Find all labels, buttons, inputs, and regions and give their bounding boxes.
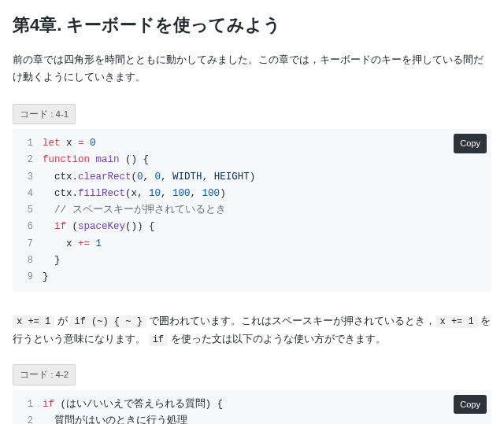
code-content: if (はい/いいえで答えられる質問) {	[43, 396, 223, 413]
line-number: 3	[17, 169, 43, 186]
code-line: 5 // スペースキーが押されているとき	[17, 202, 484, 219]
code-content: ctx.clearRect(0, 0, WIDTH, HEIGHT)	[43, 169, 255, 186]
copy-button[interactable]: Copy	[454, 395, 487, 415]
code-content: ctx.fillRect(x, 10, 100, 100)	[43, 186, 226, 202]
code-line: 9}	[17, 269, 484, 286]
explain-paragraph: x += 1 が if (~) { ~ } で囲われています。これはスペースキー…	[13, 312, 491, 348]
code-label-4-2: コード : 4-2	[13, 364, 76, 385]
line-number: 6	[17, 219, 43, 235]
code-content: }	[43, 253, 61, 269]
text: を使った文は以下のような使い方ができます。	[168, 333, 386, 345]
inline-code: if	[149, 334, 168, 346]
code-line: 2 質問がはいのときに行う処理	[17, 413, 484, 424]
code-lines: 1let x = 02function main () {3 ctx.clear…	[17, 135, 484, 286]
intro-paragraph: 前の章では四角形を時間とともに動かしてみました。この章では，キーボードのキーを押…	[13, 51, 491, 87]
line-number: 2	[17, 152, 43, 168]
code-line: 8 }	[17, 253, 484, 269]
code-content: if (spaceKey()) {	[43, 219, 155, 235]
code-line: 2function main () {	[17, 152, 484, 168]
inline-code: x += 1	[436, 315, 478, 328]
line-number: 8	[17, 253, 43, 269]
line-number: 1	[17, 135, 43, 152]
line-number: 1	[17, 396, 43, 413]
line-number: 7	[17, 236, 43, 253]
code-content: 質問がはいのときに行う処理	[43, 413, 187, 424]
inline-code: if (~) { ~ }	[70, 315, 146, 328]
code-content: function main () {	[43, 152, 149, 168]
code-line: 1if (はい/いいえで答えられる質問) {	[17, 396, 484, 413]
line-number: 4	[17, 186, 43, 202]
code-label-4-1: コード : 4-1	[13, 104, 76, 124]
code-content: // スペースキーが押されているとき	[43, 202, 226, 219]
code-line: 6 if (spaceKey()) {	[17, 219, 484, 235]
code-content: }	[43, 269, 49, 286]
text: で囲われています。これはスペースキーが押されているとき，	[146, 315, 436, 326]
line-number: 2	[17, 413, 43, 424]
copy-button[interactable]: Copy	[454, 134, 487, 153]
code-content: x += 1	[43, 236, 102, 253]
code-line: 1let x = 0	[17, 135, 484, 152]
code-line: 4 ctx.fillRect(x, 10, 100, 100)	[17, 186, 484, 202]
code-block-4-2: Copy 1if (はい/いいえで答えられる質問) {2 質問がはいのときに行う…	[13, 390, 491, 424]
code-content: let x = 0	[43, 135, 96, 152]
code-line: 7 x += 1	[17, 236, 484, 253]
chapter-title: 第4章. キーボードを使ってみよう	[13, 14, 491, 37]
inline-code: x += 1	[13, 315, 54, 328]
code-block-4-1: Copy 1let x = 02function main () {3 ctx.…	[13, 129, 491, 292]
code-line: 3 ctx.clearRect(0, 0, WIDTH, HEIGHT)	[17, 169, 484, 186]
line-number: 5	[17, 202, 43, 219]
code-lines: 1if (はい/いいえで答えられる質問) {2 質問がはいのときに行う処理3}	[17, 396, 484, 424]
text: が	[54, 315, 70, 326]
line-number: 9	[17, 269, 43, 286]
